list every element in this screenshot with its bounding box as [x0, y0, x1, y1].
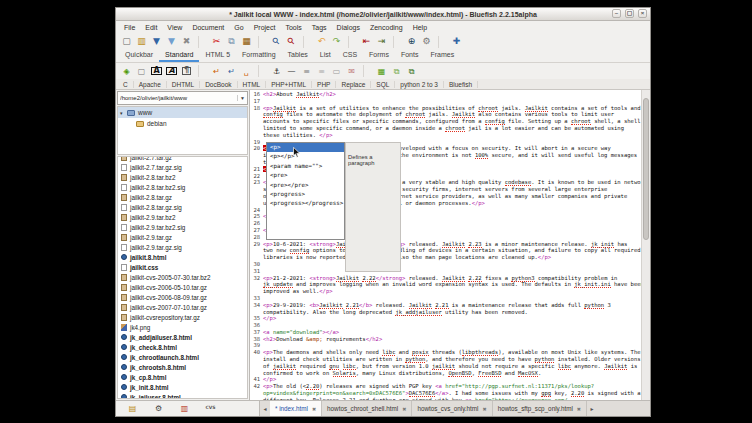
body-button[interactable]: ▢ [134, 64, 149, 78]
align-right-button[interactable]: ≡ [314, 64, 329, 78]
menu-dialogs[interactable]: Dialogs [332, 24, 365, 31]
copy-button[interactable]: ⧉ [224, 35, 239, 49]
italic-button[interactable]: A [164, 64, 179, 78]
open-file-button[interactable]: ▥ [134, 35, 149, 49]
menu-document[interactable]: Document [187, 24, 229, 31]
paste-button[interactable]: ▦ [239, 35, 254, 49]
editor-scrollbar[interactable] [641, 90, 650, 400]
htmlbar-tab-list[interactable]: List [314, 50, 337, 62]
versioning-button[interactable]: CVS [203, 402, 218, 416]
language-tab-apache[interactable]: Apache [134, 81, 167, 88]
language-tab-php[interactable]: PHP [312, 81, 336, 88]
file-item[interactable]: jailkit-2.7.tar.gz.sig [118, 162, 247, 172]
file-item[interactable]: jk_init.8.html [118, 382, 247, 392]
refresh-button[interactable]: ⚙ [151, 402, 166, 416]
navigate-button[interactable]: ✚ [449, 35, 464, 49]
file-item[interactable]: jk_cp.8.html [118, 372, 247, 382]
file-item[interactable]: jailkit-2.9.tar.gz [118, 232, 247, 242]
synchronize-button[interactable]: ⚙ [419, 35, 434, 49]
autocomplete-item[interactable]: <p></p> [267, 152, 344, 161]
document-tab-howtos-cvs-only-html[interactable]: howtos_cvs_only.html✖ [412, 401, 492, 416]
indent-button[interactable]: ⇥ [374, 35, 389, 49]
editor-pane[interactable]: 16<h2>About Jailkit</h2>1718<p>Jailkit i… [250, 90, 650, 400]
language-tab-replace[interactable]: Replace [336, 81, 371, 88]
file-item[interactable]: jailkit.css [118, 262, 247, 272]
htmlbar-tab-frames[interactable]: Frames [424, 50, 460, 62]
language-tab-php-html[interactable]: PHP+HTML [266, 81, 312, 88]
tree-item-www[interactable]: ▾www [118, 107, 247, 118]
insert-image-button[interactable]: ▦ [374, 64, 389, 78]
undo-button[interactable]: ↶ [314, 35, 329, 49]
menu-project[interactable]: Project [249, 24, 281, 31]
close-document-button[interactable]: ✖ [179, 35, 194, 49]
quickstart-button[interactable]: ◈ [119, 64, 134, 78]
menu-tags[interactable]: Tags [307, 24, 332, 31]
autocomplete-item[interactable]: <p> [267, 143, 344, 152]
language-tab-c[interactable]: C [118, 81, 134, 88]
file-item[interactable]: jailkit-cvs-2007-07-10.tar.gz [118, 302, 247, 312]
menu-view[interactable]: View [162, 24, 187, 31]
close-tab-icon[interactable]: ✖ [402, 406, 406, 412]
htmlbar-tab-standard[interactable]: Standard [159, 50, 199, 62]
tabs-scroll-left-icon[interactable]: ◂ [260, 401, 270, 416]
document-tab-howtos-sftp-scp-only-html[interactable]: howtos_sftp_scp_only.html✖ [493, 401, 587, 416]
path-combobox[interactable]: /home2/olivier/jailkit/www ▼ [117, 91, 248, 105]
htmlbar-tab-formatting[interactable]: Formatting [236, 50, 281, 62]
menu-file[interactable]: File [119, 24, 140, 31]
anchor-button[interactable]: ⚓ [269, 64, 284, 78]
new-document-button[interactable]: ▢ [119, 35, 134, 49]
comment-button[interactable]: ▭ [329, 64, 344, 78]
language-tab-html[interactable]: HTML [238, 81, 267, 88]
document-tab-howtos-chroot-shell-html[interactable]: howtos_chroot_shell.html✖ [322, 401, 412, 416]
file-item[interactable]: jailkit-2.8.tar.bz2 [118, 172, 247, 182]
file-item[interactable]: jk_addjailuser.8.html [118, 332, 247, 342]
rule-button[interactable]: — [284, 64, 299, 78]
htmlbar-tab-forms[interactable]: Forms [363, 50, 395, 62]
file-item[interactable]: jailkit-cvs-2006-05-10.tar.gz [118, 282, 247, 292]
find-and-replace-button[interactable]: ⚲ [284, 35, 299, 49]
redo-button[interactable]: ↷ [329, 35, 344, 49]
menu-tools[interactable]: Tools [280, 24, 306, 31]
minimize-button[interactable]: – [612, 9, 621, 18]
close-tab-icon[interactable]: ✖ [577, 406, 581, 412]
autocomplete-item[interactable]: <progress></progress> [267, 199, 344, 208]
non-breaking-space-button[interactable]: ␣ [239, 64, 254, 78]
thumbnail-button[interactable]: ⧉ [389, 64, 404, 78]
code-area[interactable]: 16<h2>About Jailkit</h2>1718<p>Jailkit i… [250, 90, 641, 400]
find-button[interactable]: ⚲ [269, 35, 284, 49]
htmlbar-tab-fonts[interactable]: Fonts [395, 50, 425, 62]
filter-button[interactable]: ▥ [177, 402, 192, 416]
file-item[interactable]: jailkit-2.8.tar.gz [118, 192, 247, 202]
file-item[interactable]: jailkit-2.9.tar.bz2 [118, 212, 247, 222]
unindent-button[interactable]: ⇤ [359, 35, 374, 49]
expander-icon[interactable]: ▾ [120, 110, 127, 116]
file-item[interactable]: jk4.png [118, 322, 247, 332]
autocomplete-item[interactable]: <pre></pre> [267, 181, 344, 190]
tree-item-debian[interactable]: debian [118, 118, 247, 129]
file-item[interactable]: jk_jailuser.8.html [118, 392, 247, 399]
new-folder-button[interactable]: ▤ [125, 402, 140, 416]
bold-button[interactable]: A [149, 64, 164, 78]
file-item[interactable]: jailkit-2.8.tar.gz.sig [118, 202, 247, 212]
language-tab-sql[interactable]: SQL [371, 81, 395, 88]
file-item[interactable]: jailkit-2.9.tar.gz.sig [118, 242, 247, 252]
htmlbar-tab-css[interactable]: CSS [337, 50, 363, 62]
menu-go[interactable]: Go [229, 24, 248, 31]
center-button[interactable]: ≡ [299, 64, 314, 78]
menu-zencoding[interactable]: Zencoding [365, 24, 408, 31]
file-item[interactable]: jailkit-2.8.tar.bz2.sig [118, 182, 247, 192]
paragraph-button[interactable]: ¶ [179, 64, 194, 78]
tabs-scroll-right-icon[interactable]: ▸ [587, 401, 597, 416]
save-button[interactable]: ▼ [149, 35, 164, 49]
htmlbar-tab-html-5[interactable]: HTML 5 [199, 50, 236, 62]
menu-help[interactable]: Help [408, 24, 432, 31]
menu-edit[interactable]: Edit [140, 24, 162, 31]
close-tab-icon[interactable]: ✖ [483, 406, 487, 412]
break-and-clear-button[interactable]: ↵ [224, 64, 239, 78]
multi-thumbnail-button[interactable]: ⧉ [404, 64, 419, 78]
preview-in-browser-button[interactable]: ⊕ [404, 35, 419, 49]
autocomplete-item[interactable]: <progress> [267, 190, 344, 199]
file-item[interactable]: jk_chrootlaunch.8.html [118, 352, 247, 362]
save-as-button[interactable]: ▼ [164, 35, 179, 49]
file-item[interactable]: jailkit-cvs-2005-07-30.tar.bz2 [118, 272, 247, 282]
